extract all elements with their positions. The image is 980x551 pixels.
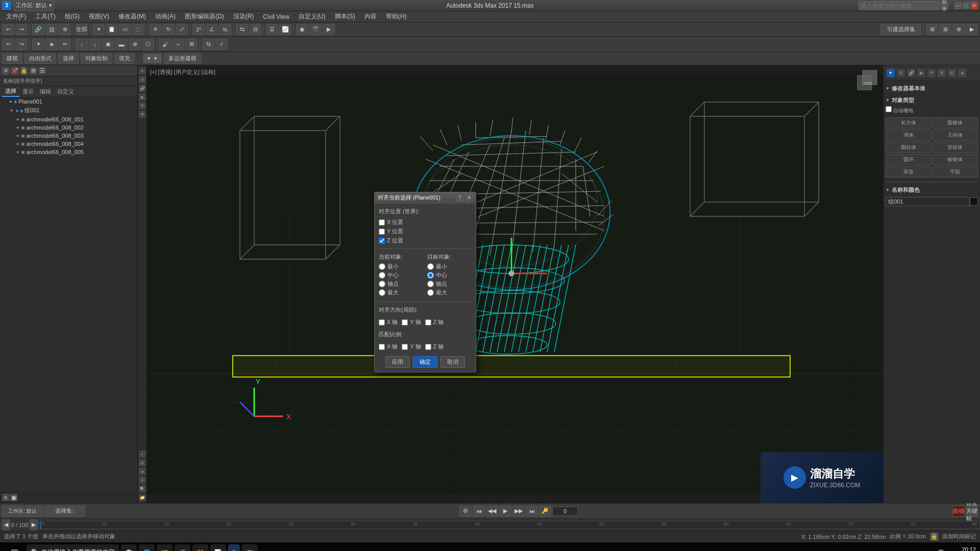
sub-polygon-modeling[interactable]: 多边形建模	[164, 53, 201, 64]
grid-button[interactable]: ⊞	[939, 24, 951, 35]
tool-motion[interactable]: ▶	[139, 93, 146, 101]
tool-extra5[interactable]: 🔍	[139, 485, 146, 492]
panel-list[interactable]: ☰	[39, 67, 46, 74]
lock-icon[interactable]: 🔒	[930, 533, 938, 541]
taskbar-lang[interactable]: 英	[938, 548, 944, 551]
tab-color[interactable]: ▾ ▾	[143, 54, 162, 63]
select-button[interactable]: ✦	[92, 24, 105, 35]
panel-icon1[interactable]: ≡	[2, 494, 9, 501]
tb2-select[interactable]: ◈	[45, 39, 58, 50]
render-type[interactable]: ▶	[966, 24, 978, 35]
tree-item-arch001[interactable]: ● ◉ archmodel66_008_001	[0, 115, 137, 123]
rpanel-lock-icon[interactable]: ◈	[958, 69, 966, 77]
dir-x-input[interactable]	[379, 319, 385, 325]
ok-button[interactable]: 确定	[413, 356, 437, 368]
workspace-dropdown[interactable]: 工作区: 默认 ▾	[13, 0, 55, 11]
taskbar-app2[interactable]: 💻	[242, 544, 258, 552]
obj-type-torus[interactable]: 圆环	[886, 154, 932, 165]
rpanel-create-icon[interactable]: ✦	[887, 69, 895, 77]
lasso-select-button[interactable]: ◌	[132, 24, 144, 35]
taskbar-firefox[interactable]: 🦊	[192, 544, 208, 552]
rpanel-display-icon[interactable]: 👁	[927, 69, 936, 77]
workarea-label[interactable]: 工作区: 默认	[2, 506, 43, 517]
menu-content[interactable]: 内容	[360, 11, 381, 22]
obj-type-teapot[interactable]: 茶壶	[886, 166, 932, 178]
obj-type-pyramid[interactable]: 棱锥体	[933, 154, 978, 165]
apply-button[interactable]: 应用	[385, 356, 410, 368]
current-min-input[interactable]	[379, 263, 385, 270]
select-name-button[interactable]: 📋	[106, 24, 118, 35]
mirror-button[interactable]: ⇆	[236, 24, 248, 35]
tool-display[interactable]: 👁	[139, 102, 146, 109]
align-button[interactable]: ⊟	[249, 24, 261, 35]
tree-item-plane001[interactable]: ● ◈ Plane001	[0, 97, 137, 106]
obj-type-geosphere[interactable]: 几何体	[933, 130, 978, 141]
tool-create[interactable]: ✦	[139, 67, 146, 74]
dir-z-input[interactable]	[425, 319, 431, 325]
tb2-more[interactable]: ⊞	[185, 39, 198, 50]
current-max-input[interactable]	[379, 289, 385, 296]
panel-tab-display[interactable]: 显示	[19, 87, 37, 96]
render-button[interactable]: ▶	[323, 24, 335, 35]
tab-selection[interactable]: 选择	[58, 53, 79, 64]
tb2-paint[interactable]: ✏	[59, 39, 71, 50]
prev-key-btn[interactable]: ◀◀	[486, 506, 498, 517]
select-filter[interactable]: 全部	[76, 24, 88, 35]
rpanel-motion-icon[interactable]: ▶	[917, 69, 925, 77]
taskbar-notepad[interactable]: 📝	[210, 544, 226, 552]
tab-modeling[interactable]: 建模	[2, 53, 22, 64]
target-max-input[interactable]	[427, 289, 434, 296]
tool-extra6[interactable]: 📁	[139, 494, 146, 501]
menu-file[interactable]: 文件(F)	[2, 11, 30, 22]
snap-toggle[interactable]: 3°	[192, 24, 205, 35]
tb2-paint-def[interactable]: 🖌	[159, 39, 171, 50]
menu-graph-editor[interactable]: 图形编辑器(D)	[181, 11, 228, 22]
maximize-button[interactable]: □	[963, 2, 970, 9]
menu-animation[interactable]: 动画(A)	[151, 11, 180, 22]
render-setup[interactable]: 🎬	[309, 24, 322, 35]
tb2-btn2[interactable]: ↪	[15, 39, 28, 50]
menu-tools[interactable]: 工具(T)	[31, 11, 59, 22]
obj-type-cylinder[interactable]: 圆柱体	[886, 142, 932, 153]
panel-pin[interactable]: 📌	[11, 67, 18, 74]
menu-render[interactable]: 渲染(R)	[229, 11, 258, 22]
target-center-input[interactable]	[427, 272, 434, 279]
go-end-btn[interactable]: ⏭	[526, 506, 538, 517]
tb2-btn1[interactable]: ↩	[2, 39, 14, 50]
tool-hierarchy[interactable]: 🔗	[139, 85, 146, 92]
panel-lock[interactable]: 🔒	[20, 67, 28, 74]
taskbar-3dsmax[interactable]: 3	[228, 544, 240, 552]
rotate-button[interactable]: ↻	[162, 24, 175, 35]
panel-icon2[interactable]: ▣	[10, 494, 17, 501]
selection-set-btn[interactable]: 选择集:	[44, 506, 85, 517]
panel-tab-customize[interactable]: 自定义	[54, 87, 77, 96]
tool-extra1[interactable]: ≡	[139, 450, 146, 458]
scale-x-input[interactable]	[379, 344, 385, 350]
tb2-extrude[interactable]: ⬡	[142, 39, 154, 50]
timeline-track[interactable]: 5 10 15 20 25 30 35 40 45 50 55 60 65 70…	[40, 521, 980, 529]
go-start-btn[interactable]: ⏮	[473, 506, 485, 517]
material-editor[interactable]: ◉	[296, 24, 308, 35]
viewport[interactable]: [+] [透视] [用户定义] [边框]	[147, 65, 883, 503]
dialog-close-button[interactable]: ✕	[465, 194, 473, 202]
tb2-create[interactable]: ✦	[32, 39, 44, 50]
minimize-button[interactable]: —	[954, 2, 962, 9]
obj-type-tube[interactable]: 管状体	[933, 142, 978, 153]
object-name-input[interactable]	[886, 197, 970, 206]
curve-editor[interactable]: 📈	[279, 24, 291, 35]
menu-modifier[interactable]: 修改器(M)	[114, 11, 150, 22]
tb2-flatten[interactable]: ▬	[115, 39, 128, 50]
tab-populate[interactable]: 填充	[114, 53, 135, 64]
percent-snap[interactable]: %	[219, 24, 231, 35]
tb2-commit[interactable]: ✓	[215, 39, 228, 50]
taskbar-explorer[interactable]: 📁	[157, 544, 173, 552]
obj-type-box[interactable]: 长方体	[886, 117, 932, 129]
tool-modify[interactable]: ⚙	[139, 76, 146, 83]
move-button[interactable]: ✛	[149, 24, 161, 35]
obj-type-cone[interactable]: 圆锥体	[933, 117, 978, 129]
redo-button[interactable]: ↪	[15, 24, 28, 35]
dir-y-input[interactable]	[402, 319, 408, 325]
obj-type-sphere[interactable]: 球体	[886, 130, 932, 141]
tb2-mirror[interactable]: ⇆	[202, 39, 214, 50]
obj-type-plane[interactable]: 平面	[933, 166, 978, 178]
